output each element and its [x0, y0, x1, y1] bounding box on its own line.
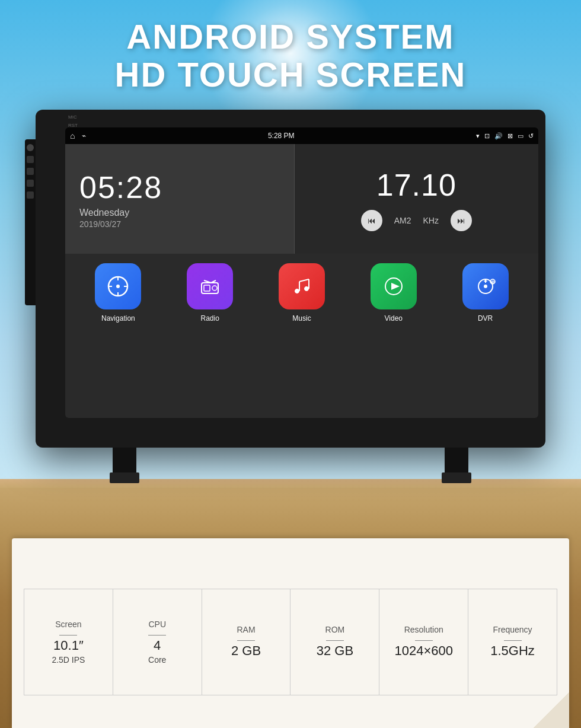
spec-frequency-divider	[504, 640, 522, 641]
app-navigation[interactable]: Navigation	[95, 263, 141, 323]
spec-ram-divider	[237, 640, 255, 641]
radio-panel: 17.10 ⏮ AM2 KHz ⏭	[295, 144, 538, 254]
status-right: ▾ ⊡ 🔊 ⊠ ▭ ↺	[476, 132, 534, 140]
home-icon[interactable]: ⌂	[70, 131, 75, 141]
svg-marker-15	[391, 283, 400, 290]
info-panels: 05:28 Wednesday 2019/03/27 17.10 ⏮ AM2 K…	[65, 144, 538, 254]
mic-label: MIC	[68, 114, 77, 120]
clock-date: 2019/03/27	[79, 219, 280, 229]
car-radio-unit: MIC RST ⌂ ⌁ 5:28 PM ▾ ⊡ 🔊 ⊠ ▭ ↺	[36, 110, 545, 448]
status-bar: ⌂ ⌁ 5:28 PM ▾ ⊡ 🔊 ⊠ ▭ ↺	[65, 127, 538, 144]
clock-panel: 05:28 Wednesday 2019/03/27	[65, 144, 295, 254]
spec-rom-divider	[326, 640, 344, 641]
svg-point-8	[212, 286, 217, 290]
video-label: Video	[385, 314, 403, 323]
music-label: Music	[292, 314, 311, 323]
music-icon-box	[279, 263, 325, 309]
radio-label-text: Radio	[201, 314, 219, 323]
radio-frequency: 17.10	[376, 167, 456, 203]
spec-cpu-divider	[148, 635, 166, 636]
screen-icon: ⊠	[507, 132, 513, 140]
spec-resolution-value: 1024×600	[394, 643, 453, 659]
radio-controls: ⏮ AM2 KHz ⏭	[361, 210, 472, 231]
spec-ram-value: 2 GB	[231, 643, 261, 659]
svg-point-17	[484, 285, 487, 288]
radio-next-button[interactable]: ⏭	[451, 210, 472, 231]
title-line1: ANDROID SYSTEM	[0, 18, 581, 56]
clock-day: Wednesday	[79, 207, 280, 218]
spec-resolution: Resolution 1024×600	[379, 589, 468, 695]
spec-screen-value: 10.1″	[53, 638, 84, 653]
window-icon: ▭	[518, 132, 523, 140]
spec-cpu-sub: Core	[148, 655, 166, 665]
main-screen: ⌂ ⌁ 5:28 PM ▾ ⊡ 🔊 ⊠ ▭ ↺ 05:28 Wednesday	[65, 127, 538, 418]
back-nav-icon[interactable]: ↺	[528, 132, 534, 140]
spec-cpu-value: 4	[154, 638, 161, 653]
title-line2: HD TOUCH SCREEN	[0, 56, 581, 94]
vol-up-button[interactable]	[27, 180, 34, 187]
spec-rom-value: 32 GB	[317, 643, 353, 659]
bracket-foot-left	[110, 472, 139, 483]
radio-prev-button[interactable]: ⏮	[361, 210, 382, 231]
svg-point-1	[116, 285, 120, 288]
clock-time: 05:28	[79, 170, 280, 205]
spec-screen: Screen 10.1″ 2.5D IPS	[24, 589, 113, 695]
volume-icon: 🔊	[494, 132, 503, 140]
spec-frequency-value: 1.5GHz	[490, 643, 535, 659]
spec-grid: Screen 10.1″ 2.5D IPS CPU 4 Core RAM 2 G…	[12, 583, 569, 701]
spec-frequency: Frequency 1.5GHz	[468, 589, 557, 695]
radio-band: AM2	[394, 216, 411, 225]
spec-ram: RAM 2 GB	[202, 589, 290, 695]
spec-rom: ROM 32 GB	[290, 589, 379, 695]
status-time: 5:28 PM	[86, 132, 476, 140]
screen-content: 05:28 Wednesday 2019/03/27 17.10 ⏮ AM2 K…	[65, 144, 538, 418]
vol-down-button[interactable]	[27, 191, 34, 199]
spec-cpu-title: CPU	[148, 620, 166, 629]
spec-screen-sub: 2.5D IPS	[52, 655, 85, 665]
spec-frequency-title: Frequency	[493, 625, 532, 634]
bracket-right	[445, 448, 468, 474]
radio-icon-box	[187, 263, 233, 309]
svg-line-13	[299, 279, 309, 282]
wifi-icon: ▾	[476, 132, 480, 140]
spec-resolution-title: Resolution	[404, 625, 443, 634]
left-button-strip	[25, 139, 36, 305]
home-button[interactable]	[27, 156, 34, 163]
title-area: ANDROID SYSTEM HD TOUCH SCREEN	[0, 18, 581, 94]
app-music[interactable]: Music	[279, 263, 325, 323]
bracket-left	[113, 448, 136, 474]
bracket-foot-right	[442, 472, 471, 483]
svg-rect-7	[204, 285, 210, 291]
status-left: ⌂ ⌁	[70, 131, 86, 141]
navigation-label: Navigation	[101, 314, 135, 323]
spec-ram-title: RAM	[237, 625, 256, 634]
spec-resolution-divider	[415, 640, 433, 641]
dvr-label: DVR	[478, 314, 493, 323]
app-grid: Navigation Radio	[65, 254, 538, 328]
spec-content: Screen 10.1″ 2.5D IPS CPU 4 Core RAM 2 G…	[12, 556, 569, 728]
spec-cpu: CPU 4 Core	[113, 589, 202, 695]
spec-rom-title: ROM	[325, 625, 345, 634]
app-radio[interactable]: Radio	[187, 263, 233, 323]
usb-icon: ⌁	[82, 132, 86, 140]
spec-screen-divider	[59, 635, 77, 636]
svg-text:⊕: ⊕	[491, 280, 494, 284]
power-button[interactable]	[27, 144, 34, 151]
app-dvr[interactable]: ⊕ DVR	[462, 263, 509, 323]
navigation-icon-box	[95, 263, 141, 309]
dvr-icon-box: ⊕	[462, 263, 509, 309]
camera-icon: ⊡	[484, 132, 490, 140]
spec-screen-title: Screen	[55, 620, 81, 629]
app-video[interactable]: Video	[371, 263, 417, 323]
video-icon-box	[371, 263, 417, 309]
radio-unit: KHz	[423, 216, 438, 225]
back-button[interactable]	[27, 168, 34, 175]
